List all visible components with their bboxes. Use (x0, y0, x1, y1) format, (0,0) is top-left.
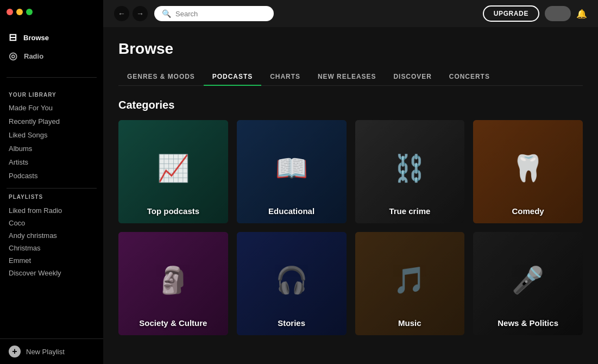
category-label-true-crime: True crime (355, 206, 465, 216)
tab-new-releases[interactable]: NEW RELEASES (309, 68, 385, 86)
sidebar-library-podcasts[interactable]: Podcasts (0, 169, 103, 183)
sidebar-library-made-for-you[interactable]: Made For You (0, 101, 103, 115)
playlist-discover-weekly[interactable]: Discover Weekly (9, 267, 95, 279)
sidebar-scrollable: YOUR LIBRARY Made For You Recently Playe… (0, 83, 103, 338)
sidebar-divider (7, 77, 97, 78)
sidebar-nav: ⊟ Browse ◎ Radio (0, 28, 103, 65)
tabs-bar: GENRES & MOODS PODCASTS CHARTS NEW RELEA… (118, 68, 583, 86)
category-label-top-podcasts: Top podcasts (118, 206, 228, 216)
tab-podcasts[interactable]: PODCASTS (204, 68, 261, 86)
tab-concerts[interactable]: CONCERTS (440, 68, 499, 86)
top-podcasts-icon: 📈 (157, 153, 190, 184)
category-card-society-culture[interactable]: 🗿 Society & Culture (118, 232, 228, 335)
society-culture-icon: 🗿 (157, 265, 190, 296)
new-playlist-label: New Playlist (26, 348, 65, 356)
tab-discover[interactable]: DISCOVER (385, 68, 440, 86)
playlist-andy-christmas[interactable]: Andy christmas (9, 229, 95, 242)
search-bar[interactable]: 🔍 (154, 6, 274, 21)
traffic-light-green[interactable] (26, 9, 33, 15)
category-card-comedy[interactable]: 🦷 Comedy (473, 120, 583, 223)
sidebar-item-browse-label: Browse (23, 34, 49, 42)
nav-arrows: ← → (114, 6, 148, 21)
radio-icon: ◎ (9, 50, 17, 62)
comedy-icon: 🦷 (512, 153, 544, 184)
sidebar-item-radio-label: Radio (24, 52, 43, 60)
true-crime-icon: ⛓️ (393, 153, 426, 184)
browse-icon: ⊟ (9, 32, 17, 43)
categories-title: Categories (118, 99, 583, 111)
tab-charts[interactable]: CHARTS (261, 68, 309, 86)
browse-title: Browse (118, 40, 583, 58)
search-input[interactable] (175, 10, 251, 18)
music-icon: 🎵 (393, 265, 426, 296)
sidebar-item-browse[interactable]: ⊟ Browse (7, 28, 97, 47)
category-card-music[interactable]: 🎵 Music (355, 232, 465, 335)
category-card-top-podcasts[interactable]: 📈 Top podcasts (118, 120, 228, 223)
sidebar-library-liked-songs[interactable]: Liked Songs (0, 128, 103, 142)
playlist-christmas[interactable]: Christmas (9, 242, 95, 254)
tab-genres-moods[interactable]: GENRES & MOODS (118, 68, 204, 86)
library-section-label: YOUR LIBRARY (0, 83, 103, 101)
category-label-educational: Educational (237, 206, 347, 216)
traffic-lights (7, 9, 97, 15)
category-label-news-politics: News & Politics (473, 318, 583, 328)
playlists-section: PLAYLISTS Liked from Radio Coco Andy chr… (0, 194, 103, 284)
notification-icon[interactable]: 🔔 (576, 9, 587, 19)
forward-button[interactable]: → (133, 6, 148, 21)
sidebar-library-artists[interactable]: Artists (0, 155, 103, 169)
category-label-stories: Stories (237, 318, 347, 328)
sidebar-library-albums[interactable]: Albums (0, 142, 103, 155)
sidebar-divider-2 (7, 188, 97, 189)
category-card-stories[interactable]: 🎧 Stories (237, 232, 347, 335)
upgrade-button[interactable]: UPGRADE (483, 5, 539, 22)
header: ← → 🔍 UPGRADE 🔔 (103, 0, 598, 27)
search-icon: 🔍 (162, 9, 171, 18)
back-button[interactable]: ← (114, 6, 129, 21)
playlist-coco[interactable]: Coco (9, 217, 95, 229)
sidebar: ⊟ Browse ◎ Radio YOUR LIBRARY Made For Y… (0, 0, 103, 364)
stories-icon: 🎧 (275, 265, 308, 296)
categories-grid: 📈 Top podcasts 📖 Educational ⛓️ True cri… (118, 120, 583, 335)
category-label-society-culture: Society & Culture (118, 318, 228, 328)
category-card-true-crime[interactable]: ⛓️ True crime (355, 120, 465, 223)
playlists-label: PLAYLISTS (9, 194, 95, 200)
category-card-news-politics[interactable]: 🎤 News & Politics (473, 232, 583, 335)
sidebar-library-recently-played[interactable]: Recently Played (0, 115, 103, 128)
category-card-educational[interactable]: 📖 Educational (237, 120, 347, 223)
browse-content: Browse GENRES & MOODS PODCASTS CHARTS NE… (103, 27, 598, 364)
category-label-music: Music (355, 318, 465, 328)
header-right: UPGRADE 🔔 (483, 5, 587, 22)
category-label-comedy: Comedy (473, 206, 583, 216)
traffic-light-red[interactable] (7, 9, 13, 15)
educational-icon: 📖 (275, 153, 308, 184)
new-playlist-button[interactable]: + New Playlist (0, 338, 103, 364)
playlist-emmet[interactable]: Emmet (9, 254, 95, 267)
plus-icon: + (9, 346, 21, 357)
news-politics-icon: 🎤 (512, 265, 544, 296)
main-area: ← → 🔍 UPGRADE 🔔 Browse GENRES & MOODS PO… (103, 0, 598, 364)
sidebar-item-radio[interactable]: ◎ Radio (7, 47, 97, 65)
traffic-light-yellow[interactable] (16, 9, 23, 15)
avatar[interactable] (545, 6, 571, 21)
playlist-liked-from-radio[interactable]: Liked from Radio (9, 204, 95, 217)
